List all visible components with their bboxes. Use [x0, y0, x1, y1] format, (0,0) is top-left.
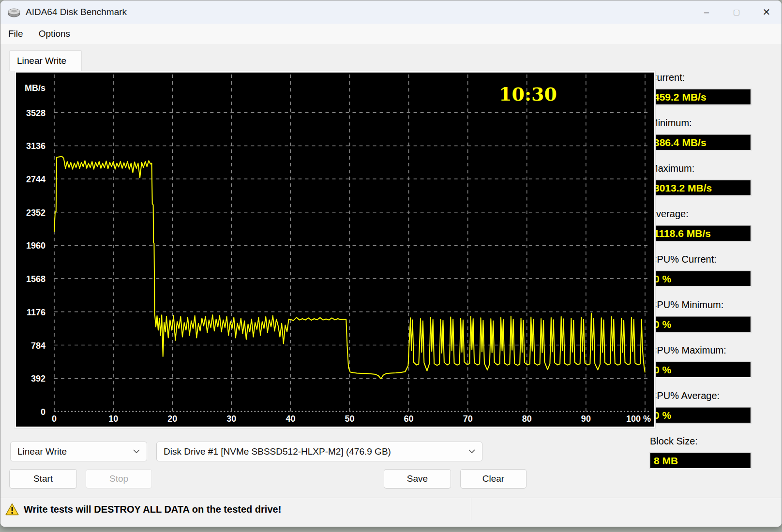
stat-label: Maximum:	[650, 163, 752, 174]
stat-cpu-current: CPU% Current: 0 %	[650, 254, 752, 287]
window-title: AIDA64 Disk Benchmark	[26, 7, 127, 17]
drive-value: Disk Drive #1 [NVMe SBSSD512-HLXP-M2] (4…	[164, 446, 391, 457]
stat-value: 386.4 MB/s	[650, 134, 751, 150]
maximize-button[interactable]: ▢	[722, 0, 752, 24]
svg-text:1960: 1960	[26, 241, 45, 251]
test-type-value: Linear Write	[17, 446, 67, 457]
menu-bar: File Options	[0, 24, 782, 44]
stat-value: 459.2 MB/s	[650, 89, 751, 105]
stat-value: 0 %	[650, 407, 751, 423]
app-icon	[7, 6, 21, 18]
stat-label: CPU% Minimum:	[650, 299, 752, 310]
menu-options[interactable]: Options	[31, 24, 78, 44]
test-type-select[interactable]: Linear Write	[10, 442, 147, 461]
svg-text:2352: 2352	[26, 208, 45, 218]
clear-button[interactable]: Clear	[460, 469, 526, 488]
svg-text:10: 10	[108, 414, 118, 424]
svg-text:0: 0	[41, 407, 45, 417]
svg-text:784: 784	[31, 340, 45, 350]
tab-linear-write[interactable]: Linear Write	[9, 50, 82, 71]
stat-label: CPU% Current:	[650, 254, 752, 265]
stat-value: 0 %	[650, 316, 751, 332]
svg-text:10:30: 10:30	[499, 83, 557, 105]
svg-text:60: 60	[404, 414, 414, 424]
chevron-down-icon	[133, 449, 140, 454]
title-bar: AIDA64 Disk Benchmark – ▢ ✕	[0, 0, 782, 24]
stat-value: 0 %	[650, 271, 751, 287]
chart-area: MB/s352831362744235219601568117678439200…	[16, 73, 654, 427]
minimize-button[interactable]: –	[692, 0, 722, 24]
svg-text:30: 30	[226, 414, 236, 424]
stat-cpu-maximum: CPU% Maximum: 0 %	[650, 345, 752, 378]
status-bar: Write tests will DESTROY ALL DATA on the…	[0, 498, 782, 527]
client-area: Linear Write MB/s35283136274423521960156…	[0, 44, 782, 527]
stat-average: Average: 1118.6 MB/s	[650, 208, 752, 241]
svg-text:90: 90	[581, 414, 591, 424]
svg-text:1568: 1568	[26, 274, 45, 284]
benchmark-chart: MB/s352831362744235219601568117678439200…	[16, 73, 654, 427]
stats-panel: Current: 459.2 MB/s Minimum: 386.4 MB/s …	[650, 72, 752, 481]
warning-icon	[5, 503, 19, 516]
stat-minimum: Minimum: 386.4 MB/s	[650, 118, 752, 150]
stat-value: 3013.2 MB/s	[650, 180, 751, 196]
svg-text:70: 70	[463, 414, 473, 424]
stat-cpu-average: CPU% Average: 0 %	[650, 390, 752, 423]
stat-value: 8 MB	[650, 453, 751, 469]
stat-label: Minimum:	[650, 118, 752, 129]
stat-value: 1118.6 MB/s	[650, 225, 751, 241]
svg-text:20: 20	[167, 414, 177, 424]
status-section-warning: Write tests will DESTROY ALL DATA on the…	[0, 498, 471, 520]
drive-select[interactable]: Disk Drive #1 [NVMe SBSSD512-HLXP-M2] (4…	[156, 442, 482, 461]
svg-text:100 %: 100 %	[626, 414, 651, 424]
stat-label: CPU% Maximum:	[650, 345, 752, 356]
stat-cpu-minimum: CPU% Minimum: 0 %	[650, 299, 752, 332]
chevron-down-icon	[468, 449, 475, 454]
chart-frame: MB/s352831362744235219601568117678439200…	[14, 71, 656, 429]
stat-value: 0 %	[650, 362, 751, 378]
stat-label: Average:	[650, 208, 752, 220]
svg-text:MB/s: MB/s	[25, 83, 45, 93]
svg-text:3528: 3528	[26, 108, 45, 118]
svg-text:392: 392	[31, 374, 45, 384]
menu-file[interactable]: File	[0, 24, 31, 44]
close-button[interactable]: ✕	[752, 0, 782, 24]
save-button[interactable]: Save	[384, 469, 451, 488]
svg-text:3136: 3136	[26, 141, 45, 151]
svg-text:2744: 2744	[26, 175, 45, 184]
svg-text:1176: 1176	[27, 308, 45, 317]
stop-button[interactable]: Stop	[86, 469, 152, 488]
stat-label: CPU% Average:	[650, 390, 752, 401]
svg-text:80: 80	[522, 414, 532, 424]
stat-block-size: Block Size: 8 MB	[650, 436, 752, 469]
stat-label: Current:	[650, 72, 752, 83]
start-button[interactable]: Start	[9, 469, 77, 488]
stat-label: Block Size:	[650, 436, 752, 447]
stat-maximum: Maximum: 3013.2 MB/s	[650, 163, 752, 196]
svg-text:40: 40	[286, 414, 295, 424]
svg-text:50: 50	[345, 414, 355, 424]
status-warning-text: Write tests will DESTROY ALL DATA on the…	[24, 504, 281, 515]
stat-current: Current: 459.2 MB/s	[650, 72, 752, 105]
svg-text:0: 0	[52, 414, 57, 424]
app-window: AIDA64 Disk Benchmark – ▢ ✕ File Options…	[0, 0, 782, 527]
